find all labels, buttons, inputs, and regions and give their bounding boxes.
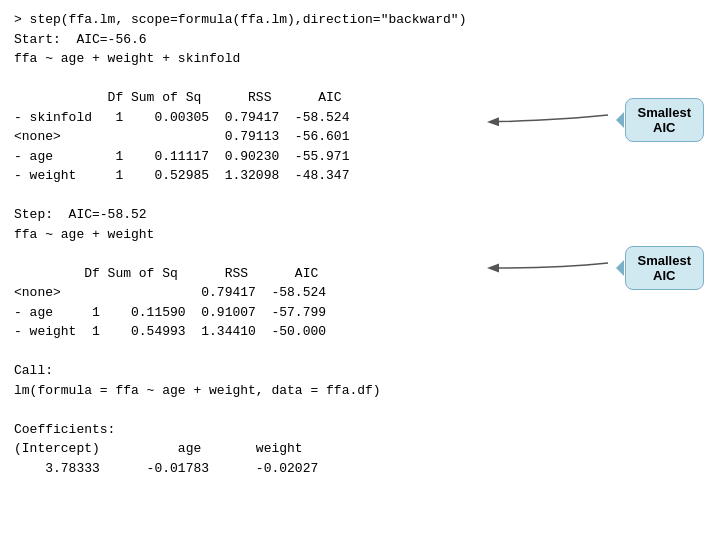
tooltip-smallest-aic-2: Smallest AIC xyxy=(625,246,704,290)
console-output: > step(ffa.lm, scope=formula(ffa.lm),dir… xyxy=(14,10,706,478)
tooltip-smallest-aic-1: Smallest AIC xyxy=(625,98,704,142)
